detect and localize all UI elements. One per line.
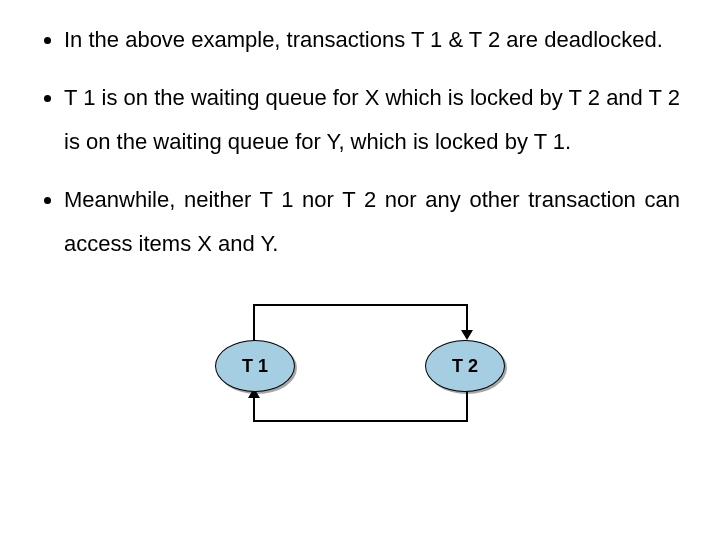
bullet-text: T 1 is on the waiting queue for X which … [64, 85, 680, 154]
slide: In the above example, transactions T 1 &… [0, 0, 720, 540]
edge-t2-to-t1-segment [253, 396, 255, 422]
arrowhead-icon [461, 330, 473, 340]
edge-t1-to-t2-segment [253, 304, 255, 340]
node-label: T 2 [452, 356, 478, 377]
bullet-list: In the above example, transactions T 1 &… [40, 18, 680, 266]
edge-t2-to-t1-segment [466, 390, 468, 420]
bullet-text: In the above example, transactions T 1 &… [64, 27, 663, 52]
bullet-item: Meanwhile, neither T 1 nor T 2 nor any o… [64, 178, 680, 266]
bullet-item: T 1 is on the waiting queue for X which … [64, 76, 680, 164]
node-label: T 1 [242, 356, 268, 377]
bullet-item: In the above example, transactions T 1 &… [64, 18, 680, 62]
node-t2: T 2 [425, 340, 505, 392]
deadlock-diagram: T 1 T 2 [70, 280, 710, 440]
edge-t2-to-t1-segment [253, 420, 468, 422]
edge-t1-to-t2-segment [253, 304, 468, 306]
bullet-text: Meanwhile, neither T 1 nor T 2 nor any o… [64, 187, 680, 256]
node-t1: T 1 [215, 340, 295, 392]
